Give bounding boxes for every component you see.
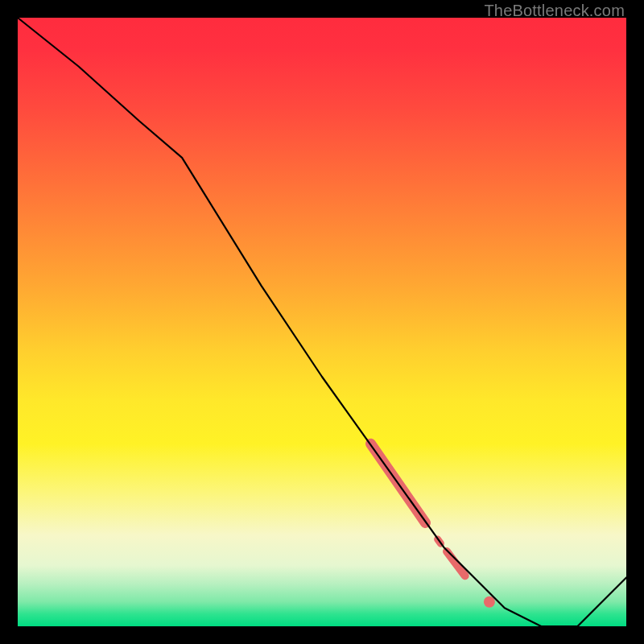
highlight-point (484, 597, 495, 608)
watermark-text: TheBottleneck.com (484, 2, 625, 20)
data-curve (18, 18, 626, 626)
highlight-segment (447, 551, 465, 576)
chart-overlay (18, 18, 626, 626)
chart-frame: TheBottleneck.com (0, 0, 644, 644)
highlight-markers (371, 444, 495, 608)
